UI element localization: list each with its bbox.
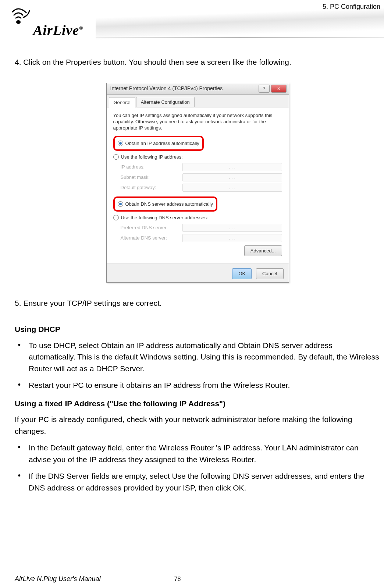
pref-dns-label: Preferred DNS server: (121, 224, 179, 231)
radio-obtain-dns-label: Obtain DNS server address automatically (125, 201, 213, 208)
main-content: 4. Click on the Properties button. You s… (0, 51, 384, 493)
advanced-button[interactable]: Advanced... (244, 245, 282, 256)
gateway-row: Default gateway: . . . (113, 183, 282, 193)
page-footer: AirLive N.Plug User's Manual 78 (15, 575, 369, 583)
list-item: Restart your PC to ensure it obtains an … (15, 379, 380, 391)
properties-dialog: Internet Protocol Version 4 (TCP/IPv4) P… (106, 83, 289, 283)
alt-dns-row: Alternate DNS server: . . . (113, 233, 282, 243)
gateway-label: Default gateway: (121, 184, 179, 191)
step-5-text: 5. Ensure your TCP/IP settings are corre… (15, 297, 380, 309)
dialog-titlebar: Internet Protocol Version 4 (TCP/IPv4) P… (107, 83, 289, 95)
tab-strip: General Alternate Configuration (107, 95, 289, 108)
decorative-swoosh (96, 8, 384, 40)
radio-obtain-ip-row[interactable]: Obtain an IP address automatically (118, 139, 199, 148)
radio-icon (113, 215, 119, 220)
ok-button[interactable]: OK (232, 268, 252, 279)
subnet-input[interactable]: . . . (182, 173, 282, 181)
manual-title: AirLive N.Plug User's Manual (15, 575, 101, 583)
fixed-ip-heading: Using a fixed IP Address ("Use the follo… (15, 398, 380, 410)
dialog-footer: OK Cancel (107, 263, 289, 282)
tab-alternate[interactable]: Alternate Configuration (136, 97, 195, 107)
radio-icon (118, 141, 123, 146)
brand-logo: AirLive® (11, 7, 31, 27)
step-4-text: 4. Click on the Properties button. You s… (15, 56, 380, 68)
radio-use-dns-row[interactable]: Use the following DNS server addresses: (113, 213, 282, 223)
decorative-line (96, 37, 384, 38)
radio-use-ip-row[interactable]: Use the following IP address: (113, 152, 282, 162)
brand-name: AirLive® (33, 22, 83, 38)
help-button[interactable]: ? (259, 85, 270, 93)
ip-address-label: IP address: (121, 163, 179, 171)
radio-obtain-dns-row[interactable]: Obtain DNS server address automatically (118, 199, 213, 209)
pref-dns-row: Preferred DNS server: . . . (113, 223, 282, 233)
dhcp-heading: Using DHCP (15, 323, 380, 335)
page-number: 78 (174, 576, 181, 582)
screenshot-wrapper: Internet Protocol Version 4 (TCP/IPv4) P… (15, 83, 380, 283)
dhcp-bullet-list: To use DHCP, select Obtain an IP address… (15, 340, 380, 391)
dialog-title: Internet Protocol Version 4 (TCP/IPv4) P… (109, 85, 257, 92)
advanced-row: Advanced... (113, 243, 282, 259)
close-button[interactable]: ✕ (271, 85, 287, 93)
registered-mark: ® (79, 25, 83, 31)
page-header: 5. PC Configuration AirLive® (0, 0, 384, 51)
list-item: In the Default gateway field, enter the … (15, 442, 380, 465)
svg-point-0 (16, 20, 21, 24)
panel-description: You can get IP settings assigned automat… (113, 113, 282, 131)
alt-dns-label: Alternate DNS server: (121, 234, 179, 242)
ip-address-input[interactable]: . . . (182, 163, 282, 171)
alt-dns-input[interactable]: . . . (182, 234, 282, 242)
radio-use-dns-label: Use the following DNS server addresses: (121, 214, 208, 222)
fixed-ip-bullet-list: In the Default gateway field, enter the … (15, 442, 380, 493)
subnet-row: Subnet mask: . . . (113, 172, 282, 183)
list-item: If the DNS Server fields are empty, sele… (15, 470, 380, 493)
general-panel: You can get IP settings assigned automat… (107, 107, 289, 263)
fixed-ip-para: If your PC is already configured, check … (15, 414, 380, 437)
ip-address-row: IP address: . . . (113, 162, 282, 172)
tab-general[interactable]: General (109, 97, 135, 108)
cancel-button[interactable]: Cancel (256, 268, 283, 279)
dialog-body: General Alternate Configuration You can … (107, 95, 289, 282)
list-item: To use DHCP, select Obtain an IP address… (15, 340, 380, 375)
radio-icon (118, 201, 123, 207)
pref-dns-input[interactable]: . . . (182, 224, 282, 232)
wifi-icon (11, 7, 31, 26)
highlight-obtain-ip: Obtain an IP address automatically (113, 136, 204, 151)
radio-icon (113, 154, 119, 160)
subnet-label: Subnet mask: (121, 174, 179, 181)
radio-obtain-ip-label: Obtain an IP address automatically (125, 140, 199, 147)
gateway-input[interactable]: . . . (182, 184, 282, 192)
highlight-obtain-dns: Obtain DNS server address automatically (113, 196, 217, 212)
radio-use-ip-label: Use the following IP address: (121, 153, 183, 161)
